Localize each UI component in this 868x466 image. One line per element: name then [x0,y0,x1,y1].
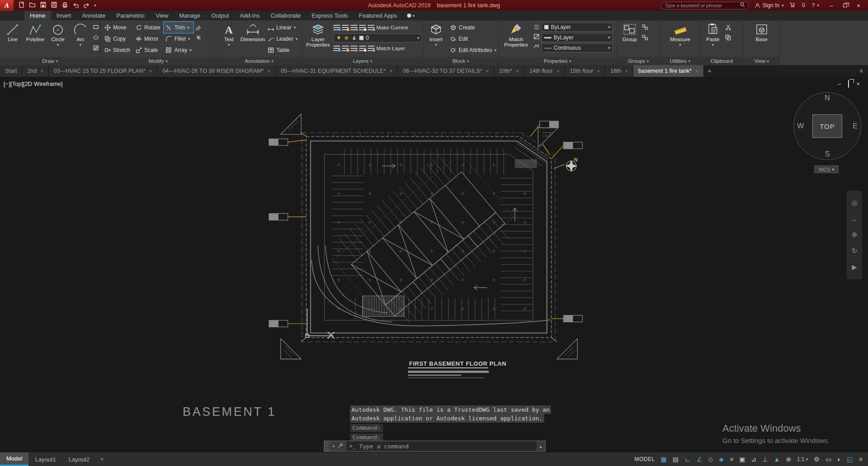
customization-menu-icon[interactable]: ≡ [859,456,863,463]
groups-panel-label[interactable]: Groups▾ [617,57,660,65]
doc-minimize-icon[interactable]: – [838,80,841,87]
notification-bell-icon[interactable] [801,2,806,9]
command-history-up-icon[interactable]: ▴ [536,444,545,449]
layer-select[interactable]: 0 ▾ [333,33,422,42]
ribbon-tab-manage[interactable]: Manage [174,11,206,20]
close-tab-icon[interactable]: × [556,68,559,74]
model-space-indicator[interactable]: MODEL [635,456,655,462]
file-tab-active[interactable]: basement 1 fire tank*× [633,65,704,77]
copy-clip-icon[interactable] [725,34,731,42]
annotation-panel-label[interactable]: Annotation▾ [216,57,302,65]
object-snap-3d-icon[interactable]: ⊿ [751,456,757,463]
redo-icon[interactable] [83,1,90,9]
rotate-button[interactable]: Rotate [134,22,162,33]
tab-layout1[interactable]: Layout1 [28,452,62,466]
customize-wrench-icon[interactable] [337,442,346,450]
view-panel-label[interactable]: View▾ [744,57,779,65]
properties-list-icon[interactable] [533,24,540,32]
tab-overflow-menu-icon[interactable]: ≡ [854,65,868,77]
close-tab-icon[interactable]: × [267,68,270,74]
zoom-icon[interactable]: ⊕ [852,231,858,239]
ellipse-tool-icon[interactable] [93,34,99,42]
pline-edit-icon[interactable] [533,43,540,51]
navigation-wheel-icon[interactable]: ◎ [851,199,857,207]
isometric-drafting-icon[interactable]: ◇ [708,456,713,463]
ribbon-tab-output[interactable]: Output [206,11,234,20]
annotation-monitor-icon[interactable]: ▭ [825,456,831,463]
group-button[interactable]: Group [619,22,640,43]
layers-panel-label[interactable]: Layers▾ [302,57,423,65]
polar-tracking-icon[interactable]: ∠ [697,456,702,463]
measure-button[interactable]: Measure ▾ [669,22,692,48]
ribbon-tab-view[interactable]: View [150,11,174,20]
layer-properties-button[interactable]: Layer Properties [304,22,332,48]
sign-in-button[interactable]: Sign In ▾ [754,2,784,9]
fillet-button[interactable]: Fillet▾ [164,33,193,44]
ribbon-tab-annotate[interactable]: Annotate [76,11,111,20]
view-control[interactable]: [Top] [10,80,23,87]
layer-tool-icon[interactable] [342,46,349,51]
text-button[interactable]: A Text ▾ [218,22,239,48]
layer-tool-icon[interactable] [333,25,340,30]
edit-attributes-button[interactable]: Edit Attributes▾ [448,44,498,56]
model-space-viewport[interactable]: N FIRST BASEMENT FLOOR PLAN BASEMENT 1 [… [0,77,868,452]
hatch-tool-icon[interactable] [93,45,99,52]
object-snap-icon[interactable]: ◈ [719,456,724,463]
file-tab[interactable]: 2nd× [22,65,48,77]
save-icon[interactable] [40,1,47,9]
save-as-icon[interactable] [51,1,57,9]
close-tab-icon[interactable]: × [625,68,628,74]
help-button[interactable]: ?▾ [812,2,819,9]
line-button[interactable]: Line [2,22,23,43]
clipboard-panel-label[interactable]: Clipboard [700,57,743,65]
new-layout-button[interactable]: + [96,452,108,466]
block-panel-label[interactable]: Block▾ [423,57,498,65]
match-properties-button[interactable]: Match Properties [501,22,531,48]
close-tab-icon[interactable]: × [695,68,698,74]
ribbon-tab-addins[interactable]: Add-ins [234,11,265,20]
file-tab[interactable]: 14th floor× [524,65,565,77]
ribbon-display-toggle-icon[interactable]: ▾ [407,11,415,20]
layer-tool-icon[interactable] [333,46,340,51]
paste-button[interactable]: Paste ▾ [702,22,723,48]
new-file-icon[interactable] [18,1,25,9]
workspace-switching-icon[interactable]: ⚙ [814,456,820,463]
viewcube-east[interactable]: E [853,122,858,130]
command-grip-handle[interactable] [324,441,330,451]
arc-button[interactable]: Arc ▾ [70,22,91,48]
edit-block-button[interactable]: Edit [448,33,498,44]
move-button[interactable]: Move [103,22,132,33]
dimension-button[interactable]: Dimension [241,22,264,43]
explode-icon[interactable] [195,34,202,42]
stretch-button[interactable]: Stretch [103,44,132,56]
showmotion-icon[interactable]: ▶ [852,263,857,271]
mirror-button[interactable]: Mirror [134,33,162,44]
create-block-button[interactable]: Create [448,22,498,33]
isolate-objects-icon[interactable]: ◐ [837,456,841,463]
table-button[interactable]: Table [266,44,299,56]
visual-style-control[interactable]: [2D Wireframe] [23,80,62,87]
plot-icon[interactable] [62,1,68,9]
file-tab[interactable]: 10th*× [494,65,524,77]
annotation-scale-button[interactable]: 1:1▾ [797,456,808,462]
close-tab-icon[interactable]: × [597,68,600,74]
ortho-icon[interactable]: ∟ [684,456,691,463]
viewcube[interactable]: N S W E TOP [793,92,861,160]
viewcube-south[interactable]: S [825,150,830,158]
undo-icon[interactable] [72,1,79,9]
ribbon-tab-home[interactable]: Home [24,11,51,20]
properties-panel-label[interactable]: Properties▾ [498,57,617,65]
ribbon-tab-collaborate[interactable]: Collaborate [265,11,306,20]
hardware-acceleration-icon[interactable]: ◱ [847,456,853,463]
close-button[interactable]: × [852,0,865,11]
modify-panel-label[interactable]: Modify▾ [100,57,216,65]
command-input[interactable]: >_ Type a command [346,441,536,451]
autocad-logo[interactable]: A [0,0,14,11]
search-icon[interactable] [740,2,745,9]
layer-tool-icon[interactable] [368,25,375,30]
make-current-button[interactable]: Make Current [376,25,408,30]
ribbon-tab-parametric[interactable]: Parametric [111,11,150,20]
viewcube-west[interactable]: W [797,122,804,130]
orbit-icon[interactable]: ↻ [852,247,858,255]
layer-tool-icon[interactable] [351,46,357,51]
